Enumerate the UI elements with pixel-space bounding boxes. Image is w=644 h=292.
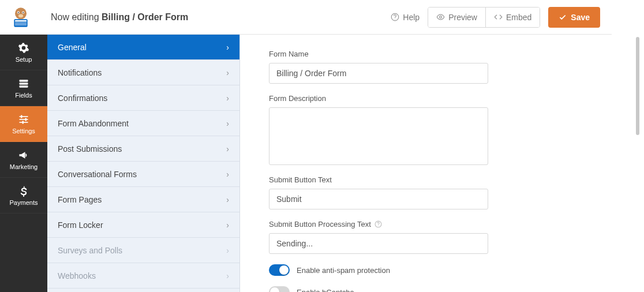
topbar: Now editing Billing / Order Form Help Pr…	[0, 0, 612, 35]
submit-text-group: Submit Button Text	[269, 175, 517, 209]
subnav-surveys-polls[interactable]: Surveys and Polls ›	[47, 238, 239, 263]
subnav-label: Webhooks	[58, 271, 96, 280]
subnav-notifications[interactable]: Notifications ›	[47, 60, 239, 85]
subnav-label: Form Pages	[58, 195, 102, 204]
submit-text-label: Submit Button Text	[269, 175, 517, 184]
subnav-label: General	[58, 43, 87, 52]
antispam-label: Enable anti-spam protection	[297, 266, 390, 275]
rail-label: Payments	[10, 199, 38, 206]
check-icon	[559, 13, 567, 21]
bullhorn-icon	[18, 149, 29, 161]
svg-rect-14	[20, 83, 28, 84]
subnav-form-locker[interactable]: Form Locker ›	[47, 212, 239, 238]
embed-label: Embed	[506, 13, 531, 22]
form-description-input[interactable]	[269, 107, 488, 165]
save-button[interactable]: Save	[548, 7, 600, 28]
subnav-label: Surveys and Polls	[58, 246, 122, 255]
save-label: Save	[571, 13, 590, 22]
chevron-right-icon: ›	[226, 220, 229, 230]
subnav-label: Notifications	[58, 68, 102, 77]
preview-embed-group: Preview Embed	[428, 7, 540, 28]
topbar-controls: Help Preview Embed Save	[391, 7, 600, 28]
subnav-conversational-forms[interactable]: Conversational Forms ›	[47, 162, 239, 187]
settings-subnav: General › Notifications › Confirmations …	[47, 35, 240, 292]
hcaptcha-toggle[interactable]	[269, 286, 290, 292]
chevron-right-icon: ›	[226, 195, 229, 204]
body: Setup Fields Settings Marketing Payments	[0, 35, 612, 292]
preview-label: Preview	[448, 13, 477, 22]
help-label: Help	[403, 13, 420, 22]
sliders-icon	[18, 114, 29, 125]
rail-setup[interactable]: Setup	[0, 35, 47, 70]
help-link[interactable]: Help	[391, 13, 420, 22]
gear-icon	[18, 42, 29, 54]
subnav-post-submissions[interactable]: Post Submissions ›	[47, 136, 239, 162]
preview-button[interactable]: Preview	[428, 8, 485, 27]
subnav-label: Form Locker	[58, 220, 103, 230]
embed-button[interactable]: Embed	[485, 8, 540, 27]
form-description-label: Form Description	[269, 94, 517, 103]
svg-point-5	[18, 14, 23, 17]
rail-label: Marketing	[10, 163, 38, 170]
subnav-form-abandonment[interactable]: Form Abandonment ›	[47, 111, 239, 136]
svg-point-23	[378, 226, 379, 226]
submit-processing-group: Submit Button Processing Text	[269, 220, 517, 254]
help-hint-icon[interactable]	[375, 220, 382, 228]
svg-point-3	[18, 12, 19, 13]
chevron-right-icon: ›	[226, 144, 229, 154]
settings-panel: Form Name Form Description Submit Button…	[240, 35, 612, 292]
svg-rect-20	[25, 118, 27, 121]
form-name-input[interactable]	[269, 63, 488, 84]
chevron-right-icon: ›	[226, 43, 229, 52]
rail-settings[interactable]: Settings	[0, 106, 47, 142]
svg-point-11	[395, 18, 395, 19]
svg-rect-9	[15, 24, 27, 25]
subnav-label: Confirmations	[58, 93, 107, 103]
chevron-right-icon: ›	[226, 68, 229, 77]
chevron-right-icon: ›	[226, 170, 229, 179]
svg-rect-15	[20, 85, 28, 87]
chevron-right-icon: ›	[226, 119, 229, 128]
submit-text-input[interactable]	[269, 189, 488, 209]
subnav-label: Form Abandonment	[58, 119, 129, 128]
editing-prefix: Now editing	[51, 12, 102, 22]
hcaptcha-label: Enable hCaptcha	[297, 288, 354, 293]
subnav-general[interactable]: General ›	[47, 35, 239, 60]
antispam-toggle[interactable]	[269, 264, 290, 276]
editing-form-name: Billing / Order Form	[102, 12, 188, 22]
antispam-toggle-row: Enable anti-spam protection	[269, 264, 517, 276]
svg-rect-21	[23, 121, 24, 123]
svg-rect-7	[15, 20, 27, 22]
rail-fields[interactable]: Fields	[0, 70, 47, 106]
svg-rect-17	[20, 119, 28, 120]
svg-rect-19	[21, 115, 23, 118]
subnav-form-pages[interactable]: Form Pages ›	[47, 187, 239, 212]
form-name-label: Form Name	[269, 50, 517, 58]
subnav-confirmations[interactable]: Confirmations ›	[47, 85, 239, 111]
form-name-group: Form Name	[269, 50, 517, 84]
chevron-right-icon: ›	[226, 271, 229, 280]
rail-label: Setup	[16, 56, 32, 63]
hcaptcha-toggle-row: Enable hCaptcha	[269, 286, 517, 292]
submit-processing-input[interactable]	[269, 233, 488, 254]
help-icon	[391, 13, 399, 21]
subnav-label: Post Submissions	[58, 144, 122, 154]
svg-point-4	[23, 12, 24, 13]
svg-point-12	[440, 16, 442, 18]
list-icon	[18, 78, 29, 89]
subnav-webhooks[interactable]: Webhooks ›	[47, 263, 239, 289]
rail-label: Fields	[15, 92, 32, 99]
right-margin	[612, 0, 644, 292]
chevron-right-icon: ›	[226, 246, 229, 255]
code-icon	[494, 13, 503, 21]
rail-payments[interactable]: Payments	[0, 178, 47, 214]
form-description-group: Form Description	[269, 94, 517, 165]
page-title: Now editing Billing / Order Form	[51, 12, 188, 23]
scrollbar[interactable]	[636, 37, 639, 135]
svg-rect-13	[20, 80, 28, 81]
eye-icon	[436, 13, 445, 21]
rail-label: Settings	[12, 128, 35, 134]
chevron-right-icon: ›	[226, 93, 229, 103]
subnav-label: Conversational Forms	[58, 170, 137, 179]
rail-marketing[interactable]: Marketing	[0, 142, 47, 178]
